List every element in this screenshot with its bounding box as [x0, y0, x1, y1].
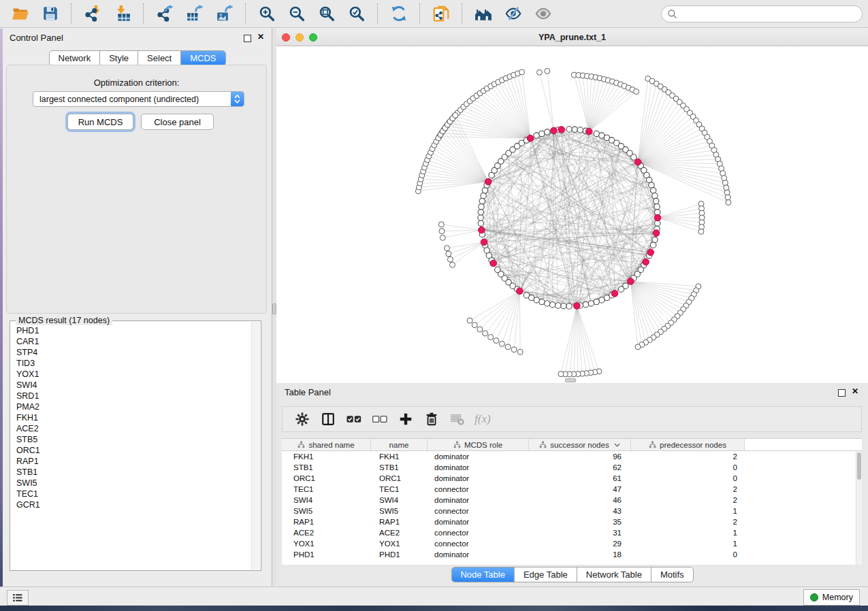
- network-node[interactable]: [545, 129, 550, 135]
- network-node[interactable]: [549, 302, 555, 308]
- cell-shared-name[interactable]: ACE2: [282, 529, 371, 537]
- mcds-result-item[interactable]: STB5: [16, 434, 261, 445]
- cell-name[interactable]: PHD1: [371, 550, 428, 559]
- mcds-result-item[interactable]: ACE2: [16, 423, 261, 434]
- cell-name[interactable]: SWI5: [371, 507, 428, 515]
- network-node[interactable]: [566, 127, 572, 132]
- cell-predecessor-nodes[interactable]: 0: [631, 463, 745, 472]
- table-row[interactable]: SWI5SWI5connector431: [282, 506, 862, 516]
- network-mcds-node[interactable]: [485, 178, 492, 185]
- open-file-button[interactable]: [5, 1, 35, 26]
- cell-predecessor-nodes[interactable]: 2: [631, 496, 745, 504]
- network-node[interactable]: [478, 220, 483, 226]
- table-scrollbar-thumb[interactable]: [857, 452, 861, 480]
- network-node[interactable]: [539, 299, 545, 304]
- network-leaf-node[interactable]: [545, 68, 550, 73]
- network-mcds-node[interactable]: [628, 278, 634, 285]
- table-row[interactable]: RAP1RAP1dominator352: [282, 516, 862, 527]
- cell-name[interactable]: SWI4: [371, 496, 428, 504]
- show-all-button[interactable]: [528, 1, 558, 26]
- network-node[interactable]: [594, 299, 599, 304]
- table-row[interactable]: STB1STB1dominator620: [282, 462, 862, 473]
- memory-button[interactable]: Memory: [803, 589, 860, 606]
- cell-predecessor-nodes[interactable]: 0: [631, 550, 745, 559]
- cell-predecessor-nodes[interactable]: 2: [631, 518, 745, 526]
- network-leaf-node[interactable]: [477, 327, 483, 332]
- run-mcds-button[interactable]: Run MCDS: [67, 114, 133, 130]
- network-leaf-node[interactable]: [467, 318, 472, 323]
- zoom-selected-button[interactable]: [342, 1, 372, 26]
- network-leaf-node[interactable]: [519, 69, 525, 75]
- network-leaf-node[interactable]: [488, 335, 494, 340]
- refresh-layout-button[interactable]: [384, 1, 414, 26]
- network-node[interactable]: [539, 131, 545, 136]
- network-node[interactable]: [599, 297, 605, 303]
- cell-mcds-role[interactable]: dominator: [428, 474, 529, 482]
- network-node[interactable]: [594, 131, 599, 136]
- network-mcds-node[interactable]: [481, 239, 487, 246]
- mcds-result-item[interactable]: SWI4: [16, 380, 261, 391]
- cell-shared-name[interactable]: FKH1: [282, 452, 371, 461]
- cell-successor-nodes[interactable]: 62: [529, 463, 631, 472]
- network-leaf-node[interactable]: [634, 89, 639, 95]
- cell-shared-name[interactable]: ORC1: [282, 474, 371, 482]
- mcds-result-item[interactable]: TID3: [16, 358, 261, 369]
- network-node[interactable]: [556, 303, 561, 308]
- tab-select[interactable]: Select: [138, 51, 181, 65]
- network-mcds-node[interactable]: [551, 127, 558, 134]
- column-header-predecessor-nodes[interactable]: predecessor nodes: [631, 439, 745, 450]
- mcds-result-item[interactable]: STP4: [16, 347, 261, 358]
- cell-mcds-role[interactable]: dominator: [428, 452, 529, 461]
- cell-mcds-role[interactable]: connector: [428, 485, 529, 493]
- network-node[interactable]: [577, 127, 583, 133]
- cell-shared-name[interactable]: RAP1: [282, 518, 371, 526]
- mcds-result-item[interactable]: PHD1: [16, 325, 261, 336]
- network-leaf-node[interactable]: [445, 246, 450, 251]
- cell-name[interactable]: FKH1: [371, 452, 428, 461]
- search-input[interactable]: [681, 6, 856, 21]
- import-network-button[interactable]: [78, 1, 108, 26]
- network-leaf-node[interactable]: [517, 349, 523, 354]
- cell-shared-name[interactable]: STB1: [282, 463, 371, 472]
- network-node[interactable]: [566, 303, 572, 309]
- network-leaf-node[interactable]: [505, 344, 511, 350]
- network-leaf-node[interactable]: [440, 235, 445, 240]
- cell-mcds-role[interactable]: dominator: [428, 518, 529, 526]
- show-columns-button[interactable]: [315, 408, 341, 430]
- cell-shared-name[interactable]: TEC1: [282, 485, 371, 493]
- mcds-result-item[interactable]: TEC1: [16, 489, 261, 499]
- mcds-result-item[interactable]: ORC1: [16, 445, 261, 456]
- cell-mcds-role[interactable]: connector: [428, 507, 529, 515]
- close-window-icon[interactable]: ✕: [257, 32, 264, 42]
- cell-successor-nodes[interactable]: 61: [529, 474, 631, 482]
- delete-column-button[interactable]: [419, 408, 445, 430]
- tab-network[interactable]: Network: [49, 51, 100, 65]
- cell-mcds-role[interactable]: dominator: [428, 463, 529, 472]
- tab-edge-table[interactable]: Edge Table: [515, 567, 577, 582]
- column-header-successor-nodes[interactable]: successor nodes: [529, 439, 631, 450]
- import-table-button[interactable]: [108, 1, 138, 26]
- network-mcds-node[interactable]: [517, 288, 524, 295]
- network-leaf-node[interactable]: [698, 229, 704, 234]
- network-node[interactable]: [654, 198, 659, 203]
- cell-shared-name[interactable]: SWI4: [282, 496, 371, 504]
- network-mcds-node[interactable]: [490, 260, 497, 267]
- table-row[interactable]: ACE2ACE2connector311: [282, 527, 862, 538]
- network-node[interactable]: [534, 133, 539, 138]
- close-panel-button[interactable]: Close panel: [141, 114, 214, 130]
- cell-predecessor-nodes[interactable]: 1: [631, 507, 745, 515]
- network-leaf-node[interactable]: [635, 344, 641, 350]
- network-leaf-node[interactable]: [494, 338, 499, 344]
- network-node[interactable]: [561, 303, 566, 309]
- network-leaf-node[interactable]: [439, 229, 445, 234]
- tab-motifs[interactable]: Motifs: [652, 567, 693, 582]
- mcds-list-scrollbar[interactable]: [251, 322, 260, 569]
- network-leaf-node[interactable]: [446, 251, 451, 257]
- export-table-button[interactable]: [180, 1, 210, 26]
- table-row[interactable]: TEC1TEC1connector472: [282, 484, 862, 495]
- network-leaf-node[interactable]: [472, 323, 477, 328]
- cell-successor-nodes[interactable]: 47: [529, 485, 631, 493]
- network-mcds-node[interactable]: [574, 303, 581, 310]
- tab-node-table[interactable]: Node Table: [451, 567, 515, 582]
- cell-shared-name[interactable]: YOX1: [282, 540, 371, 548]
